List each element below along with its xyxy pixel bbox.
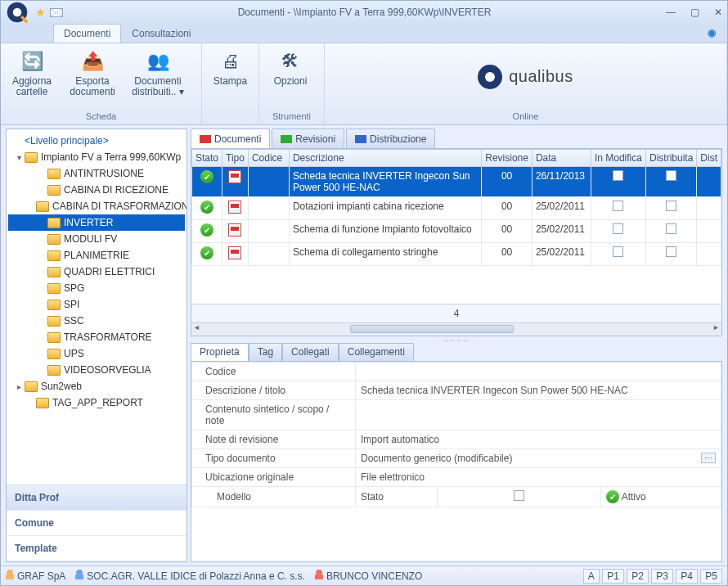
col-codice[interactable]: Codice (248, 150, 289, 167)
tree-impianto[interactable]: ▾Impianto FV a Terra 999,60KWp (8, 149, 185, 165)
sidebar-section-ditta[interactable]: Ditta Prof (7, 485, 186, 511)
sidebar-section-template[interactable]: Template (7, 536, 186, 561)
documents-tab-icon (200, 135, 211, 143)
col-inmodifica[interactable]: In Modifica (591, 150, 645, 167)
horizontal-scrollbar[interactable] (191, 322, 721, 336)
checkbox-icon[interactable] (613, 246, 623, 257)
table-row[interactable]: ✔Scheda tecnica INVERTER Ingecon Sun Pow… (192, 167, 721, 197)
tree-node-inverter[interactable]: INVERTER (8, 214, 185, 231)
checkbox-icon[interactable] (666, 246, 676, 257)
col-tipo[interactable]: Tipo (222, 150, 249, 167)
brand-logo[interactable]: qualibus (325, 43, 726, 110)
col-revisione[interactable]: Revisione (482, 150, 533, 167)
prop-note-value[interactable]: Import automatico (356, 430, 721, 449)
status-soc[interactable]: SOC.AGR. VALLE IDICE di Polazzi Anna e C… (75, 570, 305, 582)
doc-tab-revisioni[interactable]: Revisioni (272, 128, 344, 148)
tree-node-spi[interactable]: SPI (8, 296, 185, 313)
prop-cont-value[interactable] (356, 400, 721, 430)
tree-root[interactable]: <Livello principale> (8, 133, 185, 149)
export-label: Esporta documenti (68, 76, 117, 97)
pdf-icon (228, 201, 241, 214)
checkbox-icon[interactable] (613, 223, 623, 234)
tree-node-ups[interactable]: UPS (8, 345, 185, 362)
prop-tab-tag[interactable]: Tag (249, 343, 282, 361)
printer-icon: 🖨 (218, 48, 244, 74)
tree-node-planimetrie[interactable]: PLANIMETRIE (8, 247, 185, 264)
tree-node-quadri-elettrici[interactable]: QUADRI ELETTRICI (8, 264, 185, 280)
page-button-p3[interactable]: P3 (651, 569, 673, 584)
col-data[interactable]: Data (532, 150, 591, 167)
col-distribuita[interactable]: Distribuita (645, 150, 696, 167)
distributed-label: Documenti distribuiti.. ▾ (128, 76, 187, 97)
tree-node-ssc[interactable]: SSC (8, 313, 185, 329)
close-button[interactable]: ✕ (714, 7, 722, 18)
prop-cont-label: Contenuto sintetico / scopo / note (192, 400, 356, 430)
tree-node-trasformatore[interactable]: TRASFORMATORE (8, 329, 185, 345)
tree-node-spg[interactable]: SPG (8, 280, 185, 296)
doc-tab-distribuzione[interactable]: Distribuzione (346, 128, 435, 148)
distributed-documents-button[interactable]: 👥 Documenti distribuiti.. ▾ (128, 48, 187, 97)
folder-icon (47, 234, 61, 245)
prop-codice-value[interactable] (356, 363, 721, 381)
tree-node-cabina-di-trasformazione[interactable]: CABINA DI TRASFORMAZIONE (8, 198, 185, 214)
status-graf[interactable]: GRAF SpA (6, 570, 65, 582)
options-button[interactable]: 🛠 Opzioni (266, 48, 315, 87)
tree-tagapp[interactable]: TAG_APP_REPORT (8, 394, 185, 411)
prop-stato-check[interactable] (438, 487, 601, 507)
options-label: Opzioni (274, 76, 308, 87)
prop-tipo-value[interactable]: Documento generico (modificabile)⋯ (356, 449, 721, 468)
table-row[interactable]: ✔Schema di funzione Impianto fotovoltaic… (192, 220, 721, 243)
titlebar: ★ Documenti - \\Impianto FV a Terra 999,… (1, 1, 727, 24)
export-documents-button[interactable]: 📤 Esporta documenti (68, 48, 117, 97)
page-button-p1[interactable]: P1 (602, 569, 624, 584)
splitter[interactable]: ┄┄┄┄ (191, 336, 722, 343)
statusbar: GRAF SpA SOC.AGR. VALLE IDICE di Polazzi… (1, 566, 727, 585)
status-brunco[interactable]: BRUNCO VINCENZO (315, 570, 422, 582)
minimize-button[interactable]: — (666, 7, 676, 18)
documents-grid[interactable]: Stato Tipo Codice Descrizione Revisione … (191, 148, 722, 336)
more-button[interactable]: ⋯ (701, 453, 716, 463)
print-button[interactable]: 🖨 Stampa (209, 48, 252, 87)
col-dist[interactable]: Dist (697, 150, 721, 167)
mail-icon[interactable] (50, 8, 63, 17)
prop-attivo[interactable]: ✔ Attivo (601, 487, 721, 507)
tree-node-moduli-fv[interactable]: MODULI FV (8, 231, 185, 247)
doc-tab-documenti[interactable]: Documenti (191, 128, 270, 148)
prop-stato-label: Stato (356, 487, 438, 507)
prop-desc-value[interactable]: Scheda tecnica INVERTER Ingecon Sun Powe… (356, 381, 721, 400)
tree-sun2web[interactable]: ▸Sun2web (8, 378, 185, 394)
prop-tab-proprieta[interactable]: Proprietà (191, 343, 249, 361)
folder-icon (47, 332, 61, 343)
page-button-p2[interactable]: P2 (627, 569, 649, 584)
prop-note-label: Note di revisione (192, 430, 356, 449)
checkbox-icon[interactable] (666, 170, 676, 181)
favorite-icon[interactable]: ★ (34, 6, 47, 19)
prop-tab-collegamenti[interactable]: Collegamenti (339, 343, 414, 361)
table-row[interactable]: ✔Schema di collegamento stringhe0025/02/… (192, 243, 721, 266)
sidebar-section-comune[interactable]: Comune (7, 511, 186, 536)
table-row[interactable]: ✔Dotazioni impianti cabina ricezione0025… (192, 197, 721, 220)
checkbox-icon[interactable] (666, 201, 676, 211)
refresh-folders-button[interactable]: 🔄 Aggiorna cartelle (7, 48, 56, 97)
help-icon[interactable]: ◉ (708, 27, 721, 40)
tree-node-antintrusione[interactable]: ANTINTRUSIONE (8, 165, 185, 182)
tab-consultazioni[interactable]: Consultazioni (121, 24, 201, 43)
prop-ubi-value[interactable]: File elettronico (356, 468, 721, 487)
maximize-button[interactable]: ▢ (690, 7, 699, 18)
tab-documenti[interactable]: Documenti (53, 24, 121, 43)
col-stato[interactable]: Stato (192, 150, 222, 167)
page-button-a[interactable]: A (583, 569, 600, 584)
folder-icon (36, 201, 49, 212)
revisions-tab-icon (281, 135, 292, 143)
checkbox-icon[interactable] (666, 223, 676, 234)
page-button-p5[interactable]: P5 (700, 569, 722, 584)
checkbox-icon[interactable] (613, 170, 623, 181)
prop-tab-collegati[interactable]: Collegati (282, 343, 339, 361)
checkbox-icon[interactable] (613, 201, 623, 211)
page-button-p4[interactable]: P4 (676, 569, 698, 584)
tree-node-videosorveglia[interactable]: VIDEOSORVEGLIA (8, 362, 185, 378)
tree-node-cabina-di-ricezione[interactable]: CABINA DI RICEZIONE (8, 182, 185, 198)
col-descrizione[interactable]: Descrizione (289, 150, 481, 167)
scroll-thumb[interactable] (350, 325, 514, 333)
folder-tree[interactable]: <Livello principale> ▾Impianto FV a Terr… (7, 129, 186, 485)
